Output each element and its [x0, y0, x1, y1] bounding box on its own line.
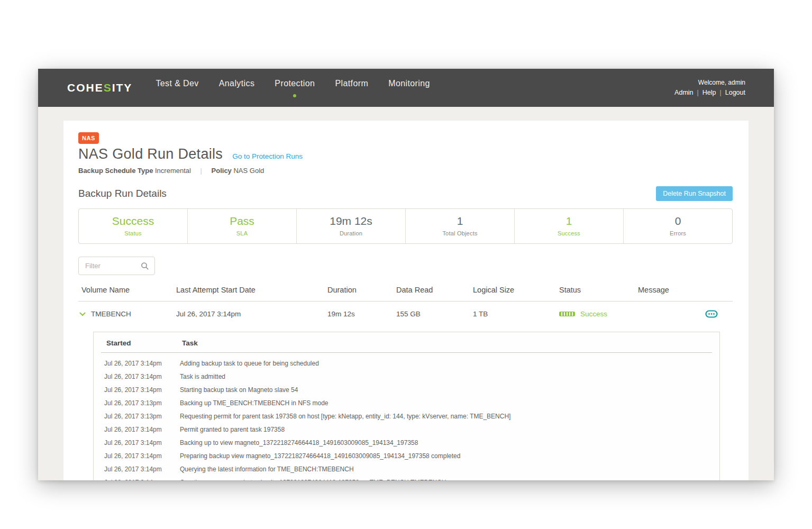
- task-log-row: Jul 26, 2017 3:14pmTask is admitted: [94, 370, 719, 383]
- user-link-help[interactable]: Help: [702, 89, 716, 96]
- task-started: Jul 26, 2017 3:14pm: [104, 452, 180, 460]
- column-header-volume-name: Volume Name: [78, 286, 176, 294]
- nav-item-label: Analytics: [219, 79, 255, 88]
- task-message: Creating source snapshot cohesity-137221…: [180, 479, 712, 481]
- task-started: Jul 26, 2017 3:13pm: [104, 413, 180, 420]
- logo-text: COHE: [67, 81, 104, 94]
- search-icon: [140, 261, 150, 271]
- task-started: Jul 26, 2017 3:14pm: [104, 479, 180, 481]
- row-status: Success: [559, 310, 638, 318]
- progress-bar-icon: [559, 312, 575, 316]
- task-started: Jul 26, 2017 3:14pm: [104, 373, 180, 380]
- task-message: Adding backup task to queue for being sc…: [180, 360, 712, 367]
- status-text: Success: [580, 310, 607, 318]
- stat-value: Success: [79, 215, 187, 227]
- run-meta: Backup Schedule Type Incremental | Polic…: [78, 167, 733, 175]
- nav-item-protection[interactable]: Protection: [275, 79, 315, 97]
- stat-value: 0: [624, 215, 732, 227]
- task-log-row: Jul 26, 2017 3:14pmCreating source snaps…: [94, 476, 719, 480]
- schedule-type-label: Backup Schedule Type: [78, 167, 153, 175]
- section-title: Backup Run Details: [78, 188, 167, 199]
- task-log-row: Jul 26, 2017 3:14pmQuerying the latest i…: [94, 462, 719, 476]
- task-started: Jul 26, 2017 3:14pm: [104, 466, 180, 473]
- user-link-admin[interactable]: Admin: [674, 89, 693, 96]
- column-header-duration: Duration: [327, 286, 396, 294]
- stat-label: Total Objects: [406, 230, 514, 236]
- stat-sla: PassSLA: [188, 209, 297, 243]
- volumes-table-header: Volume NameLast Attempt Start DateDurati…: [78, 286, 733, 302]
- delete-run-snapshot-button[interactable]: Delete Run Snapshot: [656, 186, 733, 201]
- separator: |: [697, 89, 699, 96]
- volume-row: TMEBENCH Jul 26, 2017 3:14pm 19m 12s 155…: [78, 302, 733, 327]
- nav-item-monitoring[interactable]: Monitoring: [388, 79, 430, 97]
- task-started: Jul 26, 2017 3:14pm: [104, 426, 180, 433]
- active-indicator-dot: [293, 94, 296, 97]
- task-started: Jul 26, 2017 3:14pm: [104, 386, 180, 394]
- stat-success: 1Success: [515, 209, 624, 243]
- stat-value: 19m 12s: [297, 215, 405, 227]
- task-log-header: Started Task: [101, 332, 712, 353]
- task-message: Task is admitted: [180, 373, 712, 380]
- task-started: Jul 26, 2017 3:14pm: [104, 439, 180, 446]
- task-message: Backing up TME_BENCH:TMEBENCH in NFS mod…: [180, 399, 712, 407]
- volume-name: TMEBENCH: [91, 310, 131, 318]
- nav-item-label: Protection: [275, 79, 315, 88]
- row-message: [638, 310, 733, 318]
- separator: |: [720, 89, 722, 96]
- divider: |: [200, 167, 202, 175]
- column-header-last-attempt-start-date: Last Attempt Start Date: [176, 286, 327, 294]
- nav-item-label: Monitoring: [388, 79, 430, 88]
- task-log-rows: Jul 26, 2017 3:14pmAdding backup task to…: [94, 353, 719, 480]
- stat-label: SLA: [188, 230, 296, 236]
- filter-input[interactable]: [85, 262, 140, 270]
- title-row: NAS Gold Run Details Go to Protection Ru…: [78, 146, 733, 162]
- user-area: Welcome, admin Admin|Help|Logout: [674, 78, 745, 97]
- content-area: NAS NAS Gold Run Details Go to Protectio…: [38, 107, 774, 480]
- logo-accent-s: S: [104, 81, 112, 94]
- nav-item-analytics[interactable]: Analytics: [219, 79, 255, 97]
- task-log-row: Jul 26, 2017 3:14pmBacking up to view ma…: [94, 436, 719, 449]
- task-log-row: Jul 26, 2017 3:14pmPermit granted to par…: [94, 423, 719, 436]
- run-details-card: NAS NAS Gold Run Details Go to Protectio…: [63, 121, 749, 480]
- nav-item-test-dev[interactable]: Test & Dev: [156, 79, 198, 97]
- main-nav: Test & DevAnalyticsProtectionPlatformMon…: [156, 79, 430, 97]
- column-header-started: Started: [106, 339, 182, 347]
- top-nav: COHESITY Test & DevAnalyticsProtectionPl…: [38, 69, 774, 107]
- task-log-row: Jul 26, 2017 3:14pmPreparing backup view…: [94, 449, 719, 462]
- volume-expand-toggle[interactable]: TMEBENCH: [78, 310, 176, 318]
- task-log-panel: Started Task Jul 26, 2017 3:14pmAdding b…: [93, 332, 720, 480]
- stat-errors: 0Errors: [624, 209, 732, 243]
- app-window: COHESITY Test & DevAnalyticsProtectionPl…: [38, 69, 774, 480]
- column-header-data-read: Data Read: [396, 286, 473, 294]
- row-logical-size: 1 TB: [473, 310, 559, 318]
- welcome-text: Welcome, admin: [674, 78, 745, 87]
- column-header-status: Status: [559, 286, 638, 294]
- nav-item-label: Test & Dev: [156, 79, 198, 88]
- stat-label: Errors: [624, 230, 732, 236]
- stat-label: Status: [79, 230, 187, 236]
- nav-item-platform[interactable]: Platform: [335, 79, 368, 97]
- cohesity-logo[interactable]: COHESITY: [67, 81, 132, 94]
- stat-value: Pass: [188, 215, 296, 227]
- stat-value: 1: [515, 215, 623, 227]
- task-log-row: Jul 26, 2017 3:13pmBacking up TME_BENCH:…: [94, 396, 719, 409]
- section-header-row: Backup Run Details Delete Run Snapshot: [78, 186, 733, 201]
- policy-label: Policy: [212, 167, 232, 175]
- task-started: Jul 26, 2017 3:13pm: [104, 399, 180, 407]
- go-to-protection-runs-link[interactable]: Go to Protection Runs: [232, 152, 303, 160]
- message-more-icon[interactable]: [705, 310, 718, 318]
- schedule-type-value: Incremental: [155, 167, 191, 175]
- column-header-task: Task: [182, 339, 712, 347]
- user-link-logout[interactable]: Logout: [725, 89, 745, 96]
- nav-item-label: Platform: [335, 79, 368, 88]
- nas-type-badge: NAS: [78, 132, 99, 144]
- task-message: Requesting permit for parent task 197358…: [180, 413, 712, 420]
- user-links: Admin|Help|Logout: [674, 88, 745, 97]
- task-message: Starting backup task on Magneto slave 54: [180, 386, 712, 394]
- stat-total-objects: 1Total Objects: [406, 209, 515, 243]
- task-message: Backing up to view magneto_1372218274664…: [180, 439, 712, 446]
- task-message: Querying the latest information for TME_…: [180, 466, 712, 473]
- logo-text: ITY: [112, 81, 133, 94]
- last-attempt-start-date: Jul 26, 2017 3:14pm: [176, 310, 327, 318]
- column-header-logical-size: Logical Size: [473, 286, 559, 294]
